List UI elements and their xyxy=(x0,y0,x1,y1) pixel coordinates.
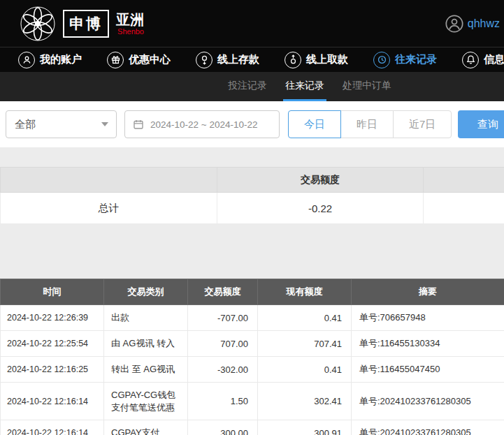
top-brand-bar: 申博 亚洲 Shenbo qhhwz xyxy=(0,0,504,47)
cell-balance: 707.41 xyxy=(258,331,352,357)
cell-type: 由 AG视讯 转入 xyxy=(104,331,188,357)
cell-balance: 302.41 xyxy=(258,383,352,420)
nav-item-label: 我的账户 xyxy=(40,53,82,66)
cell-memo: 单号:116455047450 xyxy=(352,357,504,383)
records-header-row: 时间 交易类别 交易额度 现有额度 摘要 xyxy=(1,279,504,305)
summary-total-value: -0.22 xyxy=(217,193,424,224)
deposit-icon xyxy=(196,52,213,68)
yesterday-button[interactable]: 昨日 xyxy=(340,110,394,138)
cell-type: CGPAY-CG钱包支付笔笔送优惠 xyxy=(104,383,188,420)
summary-header-amount: 交易额度 xyxy=(217,168,424,193)
cell-memo: 单号:706657948 xyxy=(352,305,504,331)
col-header-type: 交易类别 xyxy=(104,279,188,305)
nav-item-label: 信息 xyxy=(484,53,504,66)
summary-header-empty xyxy=(1,168,217,193)
table-row: 2024-10-22 12:16:25 转出 至 AG视讯 -302.00 0.… xyxy=(1,357,504,383)
nav-item-my-account[interactable]: 我的账户 xyxy=(18,52,82,68)
tab-transaction-records[interactable]: 往来记录 xyxy=(283,72,326,101)
cell-amount: -707.00 xyxy=(188,305,258,331)
cell-type: 出款 xyxy=(104,305,188,331)
cell-memo: 单号:202410233761280305 xyxy=(352,383,504,420)
brand-name-box: 申博 xyxy=(63,10,109,38)
cell-memo: 单号:116455130334 xyxy=(352,331,504,357)
cell-balance: 300.91 xyxy=(258,420,352,435)
records-section: 时间 交易类别 交易额度 现有额度 摘要 2024-10-22 12:26:39… xyxy=(0,279,504,435)
summary-empty-cell xyxy=(424,193,504,224)
brand-region-label: 亚洲 xyxy=(116,12,144,28)
col-header-amount: 交易额度 xyxy=(188,279,258,305)
col-header-balance: 现有额度 xyxy=(258,279,352,305)
cell-time: 2024-10-22 12:16:14 xyxy=(1,383,104,420)
nav-item-label: 线上取款 xyxy=(306,53,348,66)
filter-bar: 全部 2024-10-22 ~ 2024-10-22 今日 昨日 近7日 查询 xyxy=(0,101,504,147)
user-account-area[interactable]: qhhwz xyxy=(445,14,500,34)
gift-icon xyxy=(107,52,124,68)
cell-balance: 0.41 xyxy=(258,305,352,331)
brand-logo-group: 申博 亚洲 Shenbo xyxy=(20,6,144,42)
cell-time: 2024-10-22 12:16:14 xyxy=(1,420,104,435)
last-7-days-button[interactable]: 近7日 xyxy=(393,110,452,138)
nav-item-transaction-records[interactable]: 往来记录 xyxy=(373,52,437,68)
summary-section: 交易额度 总计 -0.22 xyxy=(0,167,504,224)
withdraw-icon xyxy=(285,52,301,68)
nav-item-online-deposit[interactable]: 线上存款 xyxy=(196,52,259,68)
brand-english-label: Shenbo xyxy=(117,28,144,36)
date-range-input[interactable]: 2024-10-22 ~ 2024-10-22 xyxy=(124,110,280,138)
type-filter-value: 全部 xyxy=(15,118,36,131)
cell-amount: 300.00 xyxy=(188,420,258,435)
nav-item-messages[interactable]: 信息 xyxy=(462,52,504,68)
table-row: 2024-10-22 12:26:39 出款 -707.00 0.41 单号:7… xyxy=(1,305,504,331)
user-avatar-icon xyxy=(445,14,464,34)
records-icon xyxy=(373,52,390,68)
cell-type: 转出 至 AG视讯 xyxy=(104,357,188,383)
cell-amount: -302.00 xyxy=(188,357,258,383)
main-navigation: 我的账户 优惠中心 线上存款 线上取款 往来记录 信息 xyxy=(0,47,504,72)
calendar-icon xyxy=(132,118,145,131)
summary-header-row: 交易额度 xyxy=(1,168,504,193)
nav-item-label: 往来记录 xyxy=(395,53,437,66)
cell-time: 2024-10-22 12:16:25 xyxy=(1,357,104,383)
summary-table: 交易额度 总计 -0.22 xyxy=(0,167,504,224)
cell-time: 2024-10-22 12:26:39 xyxy=(1,305,104,331)
table-row: 2024-10-22 12:25:54 由 AG视讯 转入 707.00 707… xyxy=(1,331,504,357)
cell-type: CGPAY支付 xyxy=(104,420,188,435)
query-button[interactable]: 查询 xyxy=(458,110,504,138)
nav-item-label: 优惠中心 xyxy=(129,53,171,66)
brand-region-group: 亚洲 Shenbo xyxy=(116,12,144,36)
cell-amount: 1.50 xyxy=(188,383,258,420)
bell-icon xyxy=(462,52,479,68)
nav-item-label: 线上存款 xyxy=(217,53,259,66)
col-header-time: 时间 xyxy=(1,279,104,305)
nav-item-promotions[interactable]: 优惠中心 xyxy=(107,52,171,68)
chevron-down-icon xyxy=(101,122,108,126)
cell-memo: 单号:202410233761280305 xyxy=(352,420,504,435)
nav-item-online-withdrawal[interactable]: 线上取款 xyxy=(285,52,348,68)
type-filter-select[interactable]: 全部 xyxy=(6,110,117,138)
cell-amount: 707.00 xyxy=(188,331,258,357)
username-label[interactable]: qhhwz xyxy=(468,17,500,30)
user-icon xyxy=(18,52,35,68)
table-row: 2024-10-22 12:16:14 CGPAY-CG钱包支付笔笔送优惠 1.… xyxy=(1,383,504,420)
cell-balance: 0.41 xyxy=(258,357,352,383)
tab-processing-orders[interactable]: 处理中订单 xyxy=(340,72,394,101)
summary-total-label: 总计 xyxy=(1,193,217,224)
records-table: 时间 交易类别 交易额度 现有额度 摘要 2024-10-22 12:26:39… xyxy=(0,279,504,435)
col-header-memo: 摘要 xyxy=(352,279,504,305)
tab-betting-records[interactable]: 投注记录 xyxy=(226,72,269,101)
table-row: 2024-10-22 12:16:14 CGPAY支付 300.00 300.9… xyxy=(1,420,504,435)
cell-time: 2024-10-22 12:25:54 xyxy=(1,331,104,357)
summary-header-empty xyxy=(424,168,504,193)
date-range-value: 2024-10-22 ~ 2024-10-22 xyxy=(150,119,258,130)
today-button[interactable]: 今日 xyxy=(288,110,341,138)
lotus-flower-logo-icon xyxy=(20,6,56,42)
records-tab-bar: 投注记录 往来记录 处理中订单 xyxy=(0,72,504,101)
summary-total-row: 总计 -0.22 xyxy=(1,193,504,224)
